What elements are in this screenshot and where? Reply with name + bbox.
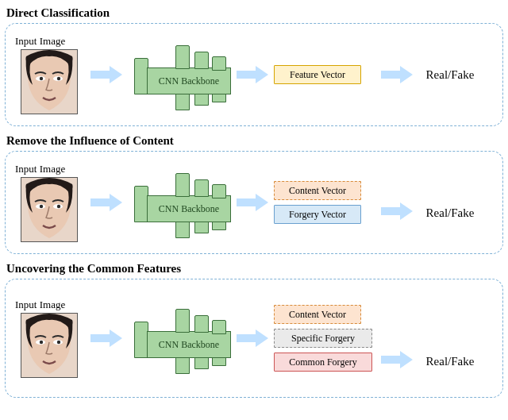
svg-marker-23 [381, 351, 413, 368]
panel-3: Input Image [5, 279, 503, 398]
arrow-icon [85, 63, 128, 87]
output-block: Real/Fake [418, 206, 482, 220]
svg-point-20 [57, 341, 60, 344]
face-illustration-icon [21, 314, 77, 377]
cnn-backbone-label: CNN Backbone [147, 195, 231, 222]
arrow-icon [231, 63, 274, 87]
panel-1-title: Direct Classification [6, 6, 503, 20]
content-vector-box: Content Vector [274, 181, 361, 200]
forgery-vector-box: Forgery Vector [274, 205, 361, 224]
output-block: Real/Fake [418, 68, 482, 82]
svg-marker-14 [237, 194, 268, 211]
output-label: Real/Fake [426, 68, 475, 81]
face-illustration-icon [21, 178, 77, 241]
panel-1: Input Image [5, 23, 503, 126]
input-face-image [21, 177, 78, 242]
panel-2: Input Image [5, 151, 503, 254]
svg-marker-6 [237, 66, 268, 83]
input-image-label: Input Image [15, 299, 65, 311]
feature-vector-box: Feature Vector [274, 65, 361, 84]
input-block: Input Image [13, 163, 85, 242]
input-face-image [21, 313, 78, 378]
cnn-backbone-icon: CNN Backbone [128, 165, 231, 240]
arrow-icon [85, 191, 128, 214]
panel-1-row: Input Image [13, 32, 495, 118]
cnn-backbone-label: CNN Backbone [147, 331, 231, 358]
arrow-icon [231, 191, 274, 214]
svg-marker-22 [237, 329, 268, 347]
output-label: Real/Fake [426, 206, 475, 219]
svg-marker-7 [381, 66, 413, 83]
panel-3-row: Input Image [13, 287, 495, 389]
svg-point-4 [57, 77, 60, 80]
panel-2-title: Remove the Influence of Content [6, 134, 503, 148]
vector-stack: Content Vector Forgery Vector [274, 181, 375, 224]
cnn-backbone-block: CNN Backbone [128, 37, 231, 112]
content-vector-box: Content Vector [274, 305, 361, 324]
output-label: Real/Fake [426, 355, 475, 368]
input-block: Input Image [13, 35, 85, 114]
svg-marker-15 [381, 202, 413, 220]
input-image-label: Input Image [15, 35, 65, 48]
cnn-backbone-label: CNN Backbone [147, 67, 231, 94]
vector-stack: Content Vector Specific Forgery Common F… [274, 305, 375, 372]
cnn-backbone-block: CNN Backbone [128, 165, 231, 240]
svg-marker-5 [90, 66, 122, 83]
common-forgery-box: Common Forgery [274, 353, 372, 372]
arrow-icon [375, 63, 418, 87]
output-block: Real/Fake [418, 355, 482, 368]
figure: Direct Classification Input Image [0, 0, 508, 412]
svg-point-11 [40, 205, 43, 208]
svg-marker-13 [90, 194, 122, 211]
cnn-backbone-icon: CNN Backbone [128, 37, 231, 112]
svg-point-3 [40, 77, 43, 80]
specific-forgery-box: Specific Forgery [274, 329, 372, 348]
panel-2-row: Input Image [13, 160, 495, 245]
arrow-icon [375, 348, 418, 372]
cnn-backbone-icon: CNN Backbone [128, 301, 231, 376]
svg-point-12 [57, 205, 60, 208]
panel-3-title: Uncovering the Common Features [6, 262, 503, 276]
input-block: Input Image [13, 299, 85, 378]
arrow-icon [85, 326, 128, 350]
arrow-icon [231, 326, 274, 350]
input-image-label: Input Image [15, 163, 65, 175]
face-illustration-icon [21, 50, 77, 114]
cnn-backbone-block: CNN Backbone [128, 301, 231, 376]
vector-stack: Feature Vector [274, 65, 375, 84]
arrow-icon [375, 199, 418, 223]
svg-marker-21 [90, 329, 122, 347]
input-face-image [21, 49, 78, 114]
svg-point-19 [40, 341, 43, 344]
